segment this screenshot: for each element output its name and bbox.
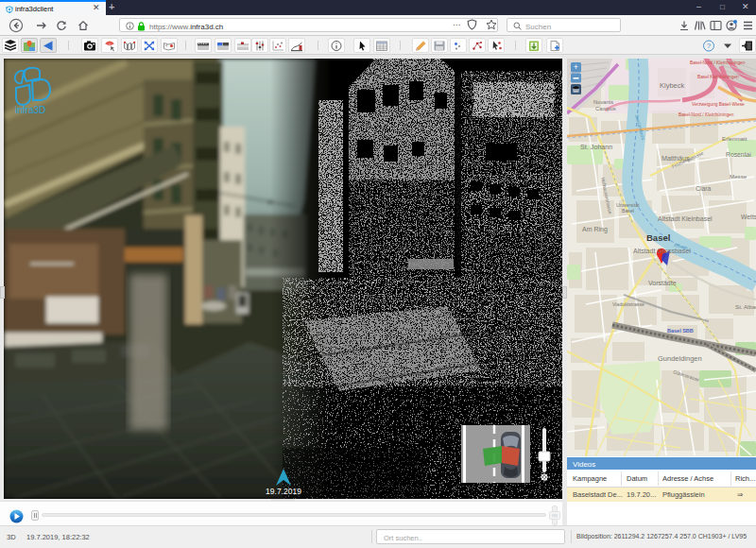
svg-text:19.7.2019: 19.7.2019 [266, 487, 301, 496]
svg-text:Am Ring: Am Ring [582, 226, 608, 233]
svg-text:Wettstein: Wettstein [741, 214, 756, 220]
svg-text:Klybeck: Klybeck [660, 81, 685, 90]
svg-text:Messe: Messe [730, 173, 747, 180]
svg-text:Basel: Basel [646, 232, 670, 243]
svg-text:Gundeldingen: Gundeldingen [658, 354, 702, 363]
svg-text:Basel-Nord / Kleinhüningen: Basel-Nord / Kleinhüningen [679, 112, 734, 117]
svg-text:Basel-Nord / Kleinhüningen: Basel-Nord / Kleinhüningen [690, 60, 746, 65]
svg-text:Erlenmatt: Erlenmatt [722, 135, 747, 142]
svg-text:St. Alban: St. Alban [735, 303, 756, 310]
svg-text:Viaduktstrasse: Viaduktstrasse [612, 301, 644, 307]
svg-text:St. Johann: St. Johann [580, 143, 612, 151]
svg-text:Verzweigung Basel-Wiese: Verzweigung Basel-Wiese [692, 102, 745, 107]
svg-text:Basel Kleinhüningen: Basel Kleinhüningen [697, 75, 739, 79]
svg-text:Campus: Campus [595, 106, 616, 111]
svg-text:Rosental: Rosental [726, 151, 751, 158]
svg-text:Clara: Clara [696, 185, 711, 192]
svg-text:Basel SBB: Basel SBB [667, 328, 694, 334]
svg-text:Basel: Basel [622, 208, 634, 214]
svg-text:Altstadt Kleinbasel: Altstadt Kleinbasel [658, 215, 713, 222]
svg-text:infra3D: infra3D [15, 105, 45, 115]
svg-text:Vorstädte: Vorstädte [648, 280, 677, 286]
svg-text:?: ? [707, 42, 712, 50]
svg-text:+: + [574, 62, 578, 72]
svg-text:Novartis: Novartis [593, 99, 613, 105]
